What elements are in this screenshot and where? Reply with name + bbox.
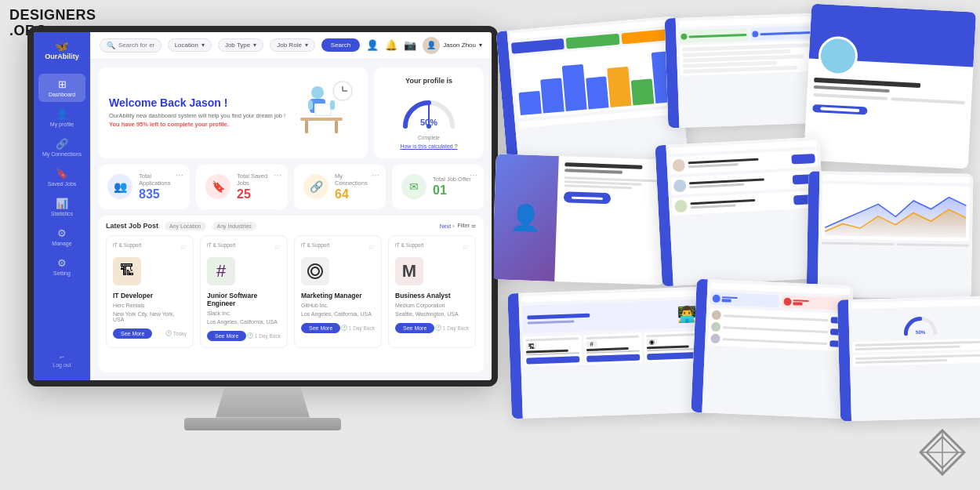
monitor-container: 🦋 OurAbility ⊞ Dashboard 👤 My profile 🔗 … [24, 26, 502, 465]
monitor-stand [216, 387, 310, 418]
dashboard-icon: ⊞ [58, 78, 67, 90]
sidebar-item-manage[interactable]: ⚙ Manage [38, 223, 85, 251]
user-menu[interactable]: 👤 Jason Zhou ▾ [423, 37, 482, 54]
location-filter[interactable]: Location ▾ [168, 38, 212, 52]
stat-joboffer-label: Total Job Offer [433, 176, 471, 183]
job-location-2: Los Angeles, California, USA [301, 311, 375, 317]
sidebar-item-statistics[interactable]: 📊 Statistics [38, 193, 85, 221]
svg-point-3 [311, 86, 324, 99]
profile-gauge: 50% [397, 91, 460, 130]
welcome-subtitle: OurAbility new dashboard system will hel… [109, 112, 285, 119]
job-logo-0: 🏗 [113, 257, 141, 285]
see-more-2[interactable]: See More [301, 323, 340, 333]
job-title-0: IT Developer [113, 292, 187, 299]
setting-icon: ⚙ [57, 257, 67, 269]
sidebar-item-dashboard[interactable]: ⊞ Dashboard [38, 74, 85, 102]
filter-icon: ⚌ [471, 223, 476, 228]
stat-menu-icon-4[interactable]: ··· [470, 169, 477, 180]
job-time-0: 🕐 Today [165, 330, 187, 336]
job-card-header-1: IT & Support ☆ [207, 242, 281, 251]
stat-applications-value: 835 [139, 187, 180, 201]
stat-menu-icon-3[interactable]: ··· [372, 169, 379, 180]
chevron-down-icon: ▾ [201, 42, 205, 49]
job-location-1: Los Angeles, California, USA [207, 319, 281, 325]
clock-icon-2: 🕐 [341, 325, 347, 331]
job-card-header-2: IT & Support ☆ [301, 242, 375, 251]
sidebar-item-profile[interactable]: 👤 My profile [38, 103, 85, 132]
see-more-3[interactable]: See More [395, 323, 434, 333]
logo: 🦋 OurAbility [45, 40, 79, 62]
jobs-header: Latest Job Post Any Location Any Industr… [106, 222, 476, 230]
mosaic-card-8 [691, 279, 853, 419]
job-industry-0: IT & Support [113, 242, 141, 248]
stat-menu-icon[interactable]: ··· [176, 169, 183, 180]
manage-icon: ⚙ [57, 227, 67, 239]
job-title-1: Junior Software Engineer [207, 292, 281, 307]
job-star-3[interactable]: ☆ [462, 242, 469, 251]
job-company-3: Medium Corporation [395, 303, 469, 308]
job-time-2: 🕐 1 Day Back [341, 325, 375, 331]
job-card-header-0: IT & Support ☆ [113, 242, 187, 251]
job-location-0: New York City, New York, USA [113, 311, 187, 322]
stat-savedjobs-value: 25 [237, 187, 278, 201]
next-button[interactable]: Next › [440, 223, 455, 229]
stat-savedjobs-info: Total Saved Jobs 25 [237, 172, 278, 201]
connections-icon: 🔗 [56, 138, 68, 150]
mosaic-card-7: 👨‍💻 🏗 # [507, 287, 707, 419]
industry-filter-tag[interactable]: Any Industries [212, 222, 256, 230]
mosaic-card-2 [665, 13, 826, 129]
avatar: 👤 [423, 37, 440, 54]
job-industry-2: IT & Support [301, 242, 329, 248]
jobs-title-area: Latest Job Post Any Location Any Industr… [106, 222, 256, 230]
welcome-title: Welcome Back Jason ! [109, 96, 285, 109]
see-more-1[interactable]: See More [207, 331, 246, 341]
profile-card: Your profile is [374, 67, 484, 158]
job-card-1: IT & Support ☆ # Junior Software Enginee… [200, 235, 288, 348]
mosaic-card-9: 50% [837, 296, 980, 421]
jobtype-filter[interactable]: Job Type ▾ [218, 38, 263, 52]
mosaic-card-6 [807, 171, 974, 299]
job-footer-3: See More 🕐 1 Day Back [395, 323, 469, 333]
job-star-2[interactable]: ☆ [368, 242, 375, 251]
location-filter-tag[interactable]: Any Location [165, 222, 205, 230]
stats-row: 👥 Total Applications 835 ··· 🔖 [98, 165, 484, 209]
stat-joboffer-info: Total Job Offer 01 [433, 176, 471, 198]
chevron-down-icon-user: ▾ [479, 42, 482, 49]
notification-icon[interactable]: 🔔 [385, 39, 397, 51]
stat-applications-label: Total Applications [139, 172, 180, 187]
search-bar[interactable]: 🔍 [100, 38, 162, 53]
sidebar-bottom: ↩ Log out [34, 350, 90, 372]
filter-button[interactable]: Filter ⚌ [457, 223, 476, 229]
savedjobs-stat-icon: 🔖 [212, 180, 225, 193]
search-input[interactable] [118, 42, 154, 49]
monitor-screen: 🦋 OurAbility ⊞ Dashboard 👤 My profile 🔗 … [27, 26, 498, 387]
svg-rect-10 [308, 100, 313, 110]
camera-icon[interactable]: 📷 [404, 39, 416, 51]
savedjobs-icon: 🔖 [56, 168, 68, 180]
search-button[interactable]: Search [321, 38, 360, 52]
chevron-down-icon: ▾ [305, 42, 308, 49]
search-icon: 🔍 [107, 42, 115, 49]
job-star-0[interactable]: ☆ [180, 242, 187, 251]
job-card-0: IT & Support ☆ 🏗 IT Developer Herc Renta… [106, 235, 194, 348]
connections-icon-wrap: 🔗 [303, 174, 328, 199]
stat-menu-icon-2[interactable]: ··· [274, 169, 281, 180]
svg-rect-5 [300, 118, 343, 121]
logout-button[interactable]: ↩ Log out [49, 350, 74, 372]
joboffer-stat-icon: ✉ [409, 180, 419, 193]
logout-icon: ↩ [60, 354, 64, 361]
jobs-nav: Next › Filter ⚌ [440, 223, 476, 229]
progress-text: You have 95% left to complete your profi… [109, 121, 285, 128]
job-title-3: Business Analyst [395, 292, 469, 299]
see-more-0[interactable]: See More [113, 328, 152, 339]
sidebar-item-savedjobs[interactable]: 🔖 Saved Jobs [38, 163, 85, 191]
app-layout: 🦋 OurAbility ⊞ Dashboard 👤 My profile 🔗 … [34, 32, 492, 380]
jobrole-filter[interactable]: Job Role ▾ [270, 38, 315, 52]
sidebar-item-setting[interactable]: ⚙ Setting [38, 252, 85, 281]
sidebar-item-connections[interactable]: 🔗 My Connections [38, 133, 85, 162]
profile-percent: 50% [420, 118, 437, 127]
job-star-1[interactable]: ☆ [274, 242, 281, 251]
profile-calc-link[interactable]: How is this calculated ? [400, 143, 457, 149]
welcome-illustration [286, 77, 357, 149]
profile-icon-header[interactable]: 👤 [366, 39, 379, 51]
